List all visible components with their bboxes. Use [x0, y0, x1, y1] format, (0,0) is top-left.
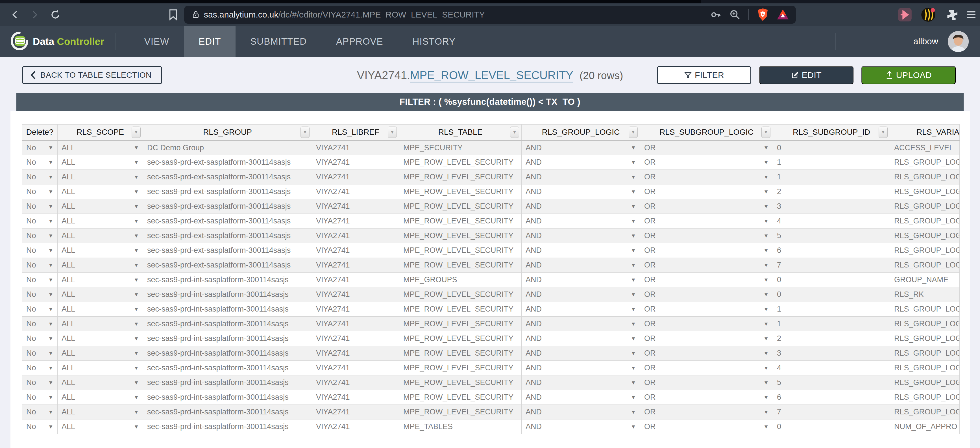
cell-libref[interactable]: VIYA2741 [312, 273, 399, 287]
cell-subgroup_logic[interactable]: OR▼ [640, 361, 773, 375]
tab-history[interactable]: HISTORY [398, 26, 471, 57]
column-header-variable[interactable]: RLS_VARIA [890, 124, 960, 140]
cell-subgroup_id[interactable]: 1 [773, 155, 890, 170]
cell-group[interactable]: sec-sas9-prd-ext-sasplatform-300114sasjs [143, 199, 312, 214]
cell-variable[interactable]: RLS_GROUP_LOG [890, 185, 960, 199]
avatar[interactable] [948, 31, 969, 52]
cell-variable[interactable]: RLS_GROUP_LOG [890, 214, 960, 228]
column-header-table[interactable]: RLS_TABLE▼ [399, 124, 522, 140]
cell-subgroup_logic[interactable]: OR▼ [640, 140, 773, 155]
cell-variable[interactable]: RLS_GROUP_LOG [890, 228, 960, 243]
tab-submitted[interactable]: SUBMITTED [235, 26, 321, 57]
cell-group[interactable]: sec-sas9-prd-int-sasplatform-300114sasjs [143, 273, 312, 287]
cell-variable[interactable]: RLS_GROUP_LOG [890, 199, 960, 214]
cell-table[interactable]: MPE_ROW_LEVEL_SECURITY [399, 302, 522, 317]
cell-libref[interactable]: VIYA2741 [312, 243, 399, 258]
extensions-puzzle-icon[interactable] [944, 8, 959, 22]
cell-scope[interactable]: ALL▼ [57, 405, 143, 419]
cell-subgroup_id[interactable]: 5 [773, 228, 890, 243]
cell-group_logic[interactable]: AND▼ [522, 185, 640, 199]
cell-variable[interactable]: RLS_GROUP_LOG [890, 390, 960, 405]
column-filter-icon[interactable]: ▼ [629, 126, 638, 138]
cell-subgroup_logic[interactable]: OR▼ [640, 155, 773, 170]
cell-scope[interactable]: ALL▼ [57, 243, 143, 258]
cell-table[interactable]: MPE_ROW_LEVEL_SECURITY [399, 361, 522, 375]
upload-button[interactable]: UPLOAD [861, 66, 956, 84]
reload-icon[interactable] [50, 9, 61, 21]
cell-group_logic[interactable]: AND▼ [522, 419, 640, 434]
cell-group_logic[interactable]: AND▼ [522, 273, 640, 287]
cell-group[interactable]: sec-sas9-prd-int-sasplatform-300114sasjs [143, 361, 312, 375]
cell-delete[interactable]: No▼ [22, 317, 57, 332]
cell-subgroup_id[interactable]: 0 [773, 419, 890, 434]
cell-scope[interactable]: ALL▼ [57, 185, 143, 199]
cell-variable[interactable]: RLS_RK [890, 287, 960, 302]
cell-group_logic[interactable]: AND▼ [522, 317, 640, 332]
cell-scope[interactable]: ALL▼ [57, 302, 143, 317]
cell-subgroup_logic[interactable]: OR▼ [640, 332, 773, 346]
title-table-link[interactable]: MPE_ROW_LEVEL_SECURITY [410, 69, 573, 83]
bookmark-icon[interactable] [168, 9, 178, 21]
cell-scope[interactable]: ALL▼ [57, 332, 143, 346]
cell-group[interactable]: DC Demo Group [143, 140, 312, 155]
cell-subgroup_id[interactable]: 1 [773, 302, 890, 317]
cell-group[interactable]: sec-sas9-prd-ext-sasplatform-300114sasjs [143, 243, 312, 258]
cell-delete[interactable]: No▼ [22, 155, 57, 170]
extension-arrow-icon[interactable] [897, 7, 912, 22]
cell-table[interactable]: MPE_ROW_LEVEL_SECURITY [399, 228, 522, 243]
cell-subgroup_logic[interactable]: OR▼ [640, 287, 773, 302]
cell-variable[interactable]: ACCESS_LEVEL [890, 140, 960, 155]
cell-subgroup_id[interactable]: 0 [773, 273, 890, 287]
cell-group_logic[interactable]: AND▼ [522, 375, 640, 390]
cell-delete[interactable]: No▼ [22, 258, 57, 273]
cell-subgroup_id[interactable]: 6 [773, 390, 890, 405]
cell-variable[interactable]: RLS_GROUP_LOG [890, 346, 960, 361]
cell-table[interactable]: MPE_ROW_LEVEL_SECURITY [399, 185, 522, 199]
cell-scope[interactable]: ALL▼ [57, 375, 143, 390]
cell-group_logic[interactable]: AND▼ [522, 361, 640, 375]
zoom-icon[interactable] [729, 9, 740, 20]
cell-libref[interactable]: VIYA2741 [312, 258, 399, 273]
cell-scope[interactable]: ALL▼ [57, 346, 143, 361]
cell-subgroup_id[interactable]: 1 [773, 317, 890, 332]
cell-subgroup_logic[interactable]: OR▼ [640, 419, 773, 434]
cell-variable[interactable]: RLS_GROUP_LOG [890, 302, 960, 317]
cell-scope[interactable]: ALL▼ [57, 390, 143, 405]
cell-subgroup_logic[interactable]: OR▼ [640, 185, 773, 199]
cell-group_logic[interactable]: AND▼ [522, 346, 640, 361]
cell-group[interactable]: sec-sas9-prd-ext-sasplatform-300114sasjs [143, 155, 312, 170]
column-filter-icon[interactable]: ▼ [878, 126, 888, 138]
cell-group[interactable]: sec-sas9-prd-int-sasplatform-300114sasjs [143, 346, 312, 361]
cell-scope[interactable]: ALL▼ [57, 228, 143, 243]
cell-variable[interactable]: RLS_GROUP_LOG [890, 375, 960, 390]
cell-libref[interactable]: VIYA2741 [312, 390, 399, 405]
cell-subgroup_id[interactable]: 0 [773, 140, 890, 155]
cell-group[interactable]: sec-sas9-prd-int-sasplatform-300114sasjs [143, 287, 312, 302]
cell-subgroup_logic[interactable]: OR▼ [640, 214, 773, 228]
cell-group[interactable]: sec-sas9-prd-int-sasplatform-300114sasjs [143, 332, 312, 346]
cell-variable[interactable]: GROUP_NAME [890, 273, 960, 287]
cell-group[interactable]: sec-sas9-prd-int-sasplatform-300114sasjs [143, 390, 312, 405]
tab-approve[interactable]: APPROVE [321, 26, 398, 57]
cell-delete[interactable]: No▼ [22, 419, 57, 434]
column-header-scope[interactable]: RLS_SCOPE▼ [57, 124, 143, 140]
cell-subgroup_logic[interactable]: OR▼ [640, 243, 773, 258]
cell-subgroup_id[interactable]: 2 [773, 332, 890, 346]
column-header-subgroup_logic[interactable]: RLS_SUBGROUP_LOGIC▼ [640, 124, 773, 140]
cell-table[interactable]: MPE_SECURITY [399, 140, 522, 155]
cell-variable[interactable]: RLS_GROUP_LOG [890, 361, 960, 375]
cell-libref[interactable]: VIYA2741 [312, 185, 399, 199]
cell-delete[interactable]: No▼ [22, 228, 57, 243]
cell-delete[interactable]: No▼ [22, 375, 57, 390]
cell-subgroup_id[interactable]: 7 [773, 258, 890, 273]
column-header-group[interactable]: RLS_GROUP▼ [143, 124, 312, 140]
cell-subgroup_logic[interactable]: OR▼ [640, 346, 773, 361]
extension-badge-icon[interactable] [921, 7, 936, 22]
tab-view[interactable]: VIEW [130, 26, 184, 57]
cell-scope[interactable]: ALL▼ [57, 361, 143, 375]
cell-subgroup_logic[interactable]: OR▼ [640, 170, 773, 185]
cell-subgroup_id[interactable]: 3 [773, 199, 890, 214]
cell-libref[interactable]: VIYA2741 [312, 228, 399, 243]
cell-libref[interactable]: VIYA2741 [312, 287, 399, 302]
cell-scope[interactable]: ALL▼ [57, 214, 143, 228]
